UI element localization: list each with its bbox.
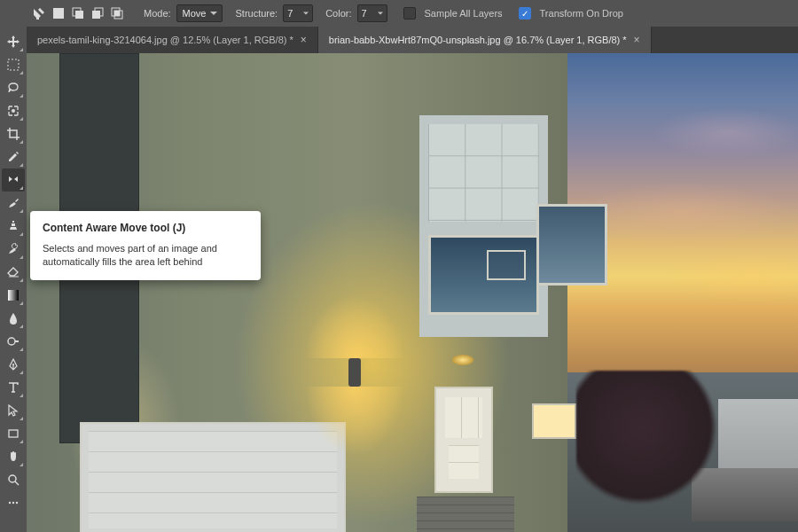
structure-label: Structure: [235, 8, 278, 19]
move-tool[interactable] [2, 30, 25, 53]
type-tool[interactable] [2, 376, 25, 399]
sample-all-layers-checkbox[interactable] [403, 7, 416, 20]
svg-rect-0 [53, 8, 64, 19]
bay-window [428, 235, 539, 315]
color-value: 7 [362, 8, 367, 19]
history-brush-tool[interactable] [2, 238, 25, 261]
svg-rect-7 [114, 11, 120, 16]
small-window [532, 403, 576, 439]
structure-field[interactable]: 7 [283, 4, 313, 22]
mode-value: Move [183, 8, 207, 19]
tab-label: pexels-tamil-king-3214064.jpg @ 12.5% (L… [37, 35, 293, 45]
canvas-area[interactable] [27, 53, 798, 532]
brush-tool[interactable] [2, 192, 25, 215]
transform-on-drop-label: Transform On Drop [540, 8, 623, 19]
edit-toolbar[interactable] [2, 491, 25, 514]
svg-rect-13 [9, 430, 18, 437]
rectangle-tool[interactable] [2, 422, 25, 445]
document-tab-bar: pexels-tamil-king-3214064.jpg @ 12.5% (L… [27, 27, 798, 53]
intersect-selection-icon[interactable] [110, 6, 124, 20]
color-label: Color: [325, 8, 351, 19]
eyedropper-tool[interactable] [2, 145, 25, 168]
gradient-tool[interactable] [2, 284, 25, 307]
mode-dropdown[interactable]: Move [176, 4, 223, 22]
svg-rect-3 [92, 11, 100, 19]
tree [576, 371, 736, 512]
svg-point-17 [16, 502, 18, 504]
sample-all-layers-label: Sample All Layers [425, 8, 503, 19]
hand-tool[interactable] [2, 445, 25, 468]
close-icon[interactable]: × [301, 34, 307, 46]
svg-rect-8 [8, 59, 19, 70]
zoom-tool[interactable] [2, 468, 25, 491]
content-aware-move-tool[interactable] [2, 168, 25, 192]
bay-window-box [419, 115, 548, 337]
toolbox [0, 27, 27, 532]
tool-preset-picker[interactable] [32, 6, 46, 20]
document-tab[interactable]: pexels-tamil-king-3214064.jpg @ 12.5% (L… [27, 27, 318, 53]
add-to-selection-icon[interactable] [71, 6, 85, 20]
tab-label: brian-babb-XbwHrt87mQ0-unsplash.jpg @ 16… [329, 35, 627, 45]
svg-point-14 [9, 475, 16, 482]
transform-on-drop-checkbox[interactable] [519, 7, 531, 20]
front-door [434, 387, 493, 493]
front-steps [417, 497, 514, 532]
subtract-from-selection-icon[interactable] [90, 6, 105, 20]
porch-light [452, 355, 473, 365]
new-selection-icon[interactable] [51, 6, 66, 20]
svg-point-16 [12, 502, 14, 504]
tooltip-body: Selects and moves part of an image and a… [43, 242, 248, 270]
svg-point-12 [12, 364, 14, 365]
blur-tool[interactable] [2, 307, 25, 330]
clone-stamp-tool[interactable] [2, 215, 25, 238]
eraser-tool[interactable] [2, 261, 25, 284]
quick-selection-tool[interactable] [2, 99, 25, 122]
path-selection-tool[interactable] [2, 399, 25, 422]
svg-rect-1 [75, 11, 83, 19]
structure-value: 7 [287, 8, 293, 19]
mode-label: Mode: [144, 8, 171, 19]
close-icon[interactable]: × [634, 34, 640, 46]
lasso-tool[interactable] [2, 76, 25, 99]
tooltip-title: Content Aware Move tool (J) [43, 222, 248, 234]
selection-mode-group [51, 6, 124, 20]
options-bar: Mode: Move Structure: 7 Color: 7 Sample … [0, 0, 798, 27]
pen-tool[interactable] [2, 353, 25, 376]
tool-tooltip: Content Aware Move tool (J) Selects and … [30, 211, 261, 280]
document-canvas[interactable] [27, 53, 798, 532]
svg-point-9 [12, 109, 15, 113]
marquee-tool[interactable] [2, 53, 25, 76]
crop-tool[interactable] [2, 122, 25, 145]
svg-point-11 [8, 338, 15, 345]
document-tab[interactable]: brian-babb-XbwHrt87mQ0-unsplash.jpg @ 16… [318, 27, 652, 53]
svg-rect-10 [8, 290, 19, 301]
wall-sconce [348, 358, 361, 387]
color-field[interactable]: 7 [357, 4, 387, 22]
svg-point-15 [9, 502, 11, 504]
dodge-tool[interactable] [2, 330, 25, 353]
upper-window [536, 204, 607, 286]
